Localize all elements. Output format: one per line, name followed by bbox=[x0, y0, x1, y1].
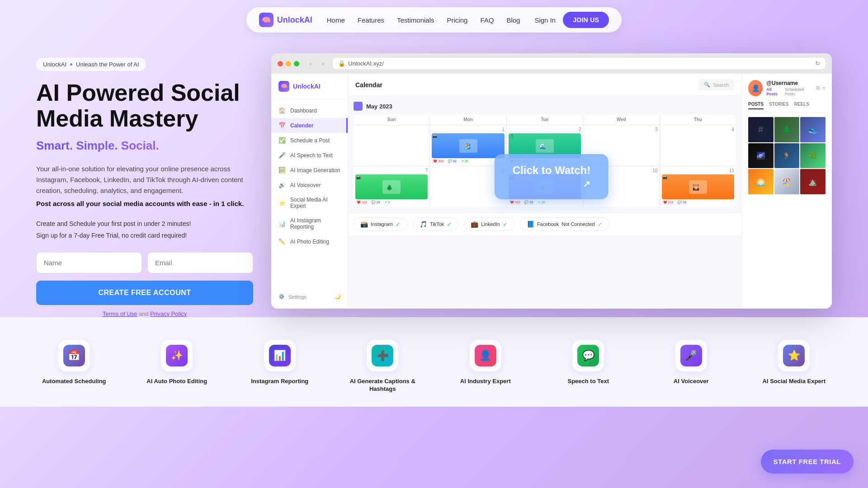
industry-icon: 👤 bbox=[475, 345, 496, 366]
sidebar-item-social-expert[interactable]: ⭐ Social Media AI Expert bbox=[271, 192, 348, 213]
app-search[interactable]: 🔍 Search bbox=[698, 79, 734, 90]
cal-cell-7[interactable]: 7 📸 🌲 ❤️ 103 💬 15 ↗ 3 bbox=[354, 166, 429, 207]
sidebar-label-speech: AI Speech to Text bbox=[290, 152, 333, 159]
back-button[interactable]: ‹ bbox=[306, 59, 316, 69]
profile-settings-icon[interactable]: ⚙ bbox=[816, 85, 821, 91]
hero-step2: Sign up for a 7-day Free Trial, no credi… bbox=[36, 230, 253, 241]
photo-8[interactable]: 🏖️ bbox=[774, 169, 800, 194]
create-account-button[interactable]: CREATE FREE ACCOUNT bbox=[36, 281, 253, 305]
linkedin-connected[interactable]: 💼 LinkedIn ✓ bbox=[464, 217, 514, 231]
url-bar[interactable]: 🔒 UnlockAI.xyz/ ↻ bbox=[333, 58, 826, 69]
hero-left: UnlockAI Unleash the Power of AI AI Powe… bbox=[36, 49, 253, 317]
photo-2[interactable]: 🌲 bbox=[774, 117, 800, 142]
sidebar-item-schedule[interactable]: ✅ Schedule a Post bbox=[271, 133, 348, 148]
cal-stats-1: ❤️ 318 💬 42 ↗ 30 bbox=[432, 159, 504, 164]
facebook-check-icon: ✓ bbox=[598, 221, 603, 228]
photo-1[interactable]: # bbox=[748, 117, 774, 142]
search-icon: 🔍 bbox=[704, 82, 710, 88]
privacy-link[interactable]: Privacy Policy bbox=[150, 310, 187, 317]
watch-cta-text: Click to Watch! bbox=[513, 164, 590, 177]
app-calendar-title: Calendar bbox=[355, 81, 382, 89]
forward-button[interactable]: › bbox=[318, 59, 328, 69]
photo-7[interactable]: 🌅 bbox=[748, 169, 774, 194]
sidebar-item-dashboard[interactable]: 🏠 Dashboard bbox=[271, 103, 348, 118]
cal-num-1: 1 bbox=[432, 127, 504, 132]
minimize-dot[interactable] bbox=[286, 61, 291, 66]
join-button[interactable]: JOIN US bbox=[563, 12, 609, 28]
day-header-tue: Tue bbox=[507, 114, 583, 125]
instagram-connected[interactable]: 📸 Instagram ✓ bbox=[354, 217, 407, 231]
photo-3[interactable]: 👟 bbox=[800, 117, 826, 142]
facebook-not-connected[interactable]: 📘 Facebook Not Connected ✓ bbox=[520, 217, 609, 231]
feature-label-captions: AI Generate Captions & Hashtags bbox=[342, 378, 423, 393]
feature-icon-wrap-voiceover: 🎤 bbox=[675, 340, 707, 371]
feature-reporting: 📊 Instagram Reporting bbox=[239, 340, 321, 385]
browser-dots bbox=[278, 61, 299, 66]
refresh-icon[interactable]: ↻ bbox=[815, 60, 820, 67]
sidebar-item-calendar[interactable]: 📅 Calender bbox=[271, 118, 348, 133]
cal-num-3: 3 bbox=[585, 127, 657, 132]
sidebar-item-photo-editing[interactable]: ✏️ AI Photo Editing bbox=[271, 234, 348, 249]
profile-info: 👤 @Username All Posts Scheduled Posts bbox=[748, 80, 812, 96]
browser-bar: ‹ › 🔒 UnlockAI.xyz/ ↻ bbox=[271, 53, 832, 74]
close-dot[interactable] bbox=[278, 61, 283, 66]
feature-voiceover: 🎤 AI Voiceover bbox=[651, 340, 732, 385]
watch-overlay[interactable]: Click to Watch! ↗ bbox=[495, 154, 609, 199]
sidebar-item-reporting[interactable]: 📊 AI Instagram Reporting bbox=[271, 213, 348, 234]
browser-nav: ‹ › bbox=[306, 59, 328, 69]
profile-tab-all[interactable]: All Posts bbox=[766, 87, 782, 96]
hero-right: ‹ › 🔒 UnlockAI.xyz/ ↻ 🧠 Unlock bbox=[271, 49, 832, 309]
brand-icon: 🧠 bbox=[259, 13, 274, 27]
terms-link[interactable]: Terms of Use bbox=[103, 310, 137, 317]
post-tab-reels[interactable]: REELS bbox=[794, 102, 809, 109]
sidebar-label-reporting: AI Instagram Reporting bbox=[290, 217, 340, 230]
sign-in-button[interactable]: Sign In bbox=[534, 16, 556, 24]
tiktok-icon: 🎵 bbox=[420, 221, 427, 228]
toggle-icon[interactable]: 🌙 bbox=[335, 294, 341, 300]
sidebar-item-voiceover[interactable]: 🔊 AI Voiceover bbox=[271, 178, 348, 192]
nav-faq[interactable]: FAQ bbox=[480, 16, 494, 24]
nav-pill: 🧠 UnlockAI Home Features Testimonials Pr… bbox=[246, 7, 622, 33]
social-expert-feat-icon: ⭐ bbox=[783, 345, 805, 366]
photo-5[interactable]: 🏃 bbox=[774, 143, 800, 169]
name-input[interactable] bbox=[36, 252, 142, 273]
speech-icon: 🎤 bbox=[278, 152, 286, 159]
photo-4[interactable]: 🌌 bbox=[748, 143, 774, 169]
profile-panel: 👤 @Username All Posts Scheduled Posts ⚙ bbox=[741, 74, 832, 309]
profile-add-icon[interactable]: + bbox=[822, 85, 826, 91]
nav-home[interactable]: Home bbox=[327, 16, 345, 24]
photo-6[interactable]: 🌿 bbox=[800, 143, 826, 169]
feature-label-photo: AI Auto Photo Editing bbox=[146, 378, 207, 385]
tiktok-connected[interactable]: 🎵 TikTok ✓ bbox=[413, 217, 458, 231]
nav-pricing[interactable]: Pricing bbox=[447, 16, 468, 24]
calendar-month: May 2023 bbox=[366, 103, 392, 110]
cal-post-1: 🏄 bbox=[432, 133, 504, 158]
shares-badge-1: ↗ 30 bbox=[460, 159, 470, 164]
nav-logo[interactable]: 🧠 UnlockAI bbox=[259, 13, 312, 27]
post-tab-posts[interactable]: POSTS bbox=[748, 102, 764, 109]
maximize-dot[interactable] bbox=[294, 61, 299, 66]
feature-label-industry: AI Industry Expert bbox=[460, 378, 511, 385]
email-input[interactable] bbox=[147, 252, 253, 273]
nav-blog[interactable]: Blog bbox=[506, 16, 520, 24]
sidebar-bottom: ⚙️ Settings 🌙 bbox=[271, 289, 348, 304]
nav-testimonials[interactable]: Testimonials bbox=[397, 16, 434, 24]
scheduling-icon: 📅 bbox=[63, 345, 85, 366]
browser-window: ‹ › 🔒 UnlockAI.xyz/ ↻ 🧠 Unlock bbox=[271, 53, 832, 309]
nav-actions: Sign In JOIN US bbox=[534, 12, 609, 28]
cal-cell-11[interactable]: 11 📸 🌄 ❤️ 219 💬 33 bbox=[660, 166, 736, 207]
nav-features[interactable]: Features bbox=[358, 16, 384, 24]
post-tab-stories[interactable]: STORIES bbox=[769, 102, 789, 109]
sidebar-item-speech[interactable]: 🎤 AI Speech to Text bbox=[271, 148, 348, 163]
trial-fab-button[interactable]: START FREE TRIAL bbox=[761, 450, 854, 474]
voiceover-feat-icon: 🎤 bbox=[680, 345, 702, 366]
profile-tab-scheduled[interactable]: Scheduled Posts bbox=[785, 87, 812, 96]
avatar: 👤 bbox=[748, 80, 763, 96]
feature-label-social: AI Social Media Expert bbox=[763, 378, 826, 385]
dashboard-icon: 🏠 bbox=[278, 107, 286, 114]
photo-grid: # 🌲 👟 🌌 🏃 bbox=[748, 117, 826, 194]
sidebar-item-image[interactable]: 🖼️ AI Image Generation bbox=[271, 163, 348, 178]
cal-post-11: 🌄 bbox=[662, 174, 734, 199]
cursor-icon: ↗ bbox=[513, 178, 590, 189]
photo-9[interactable]: ⛰️ bbox=[800, 169, 826, 194]
